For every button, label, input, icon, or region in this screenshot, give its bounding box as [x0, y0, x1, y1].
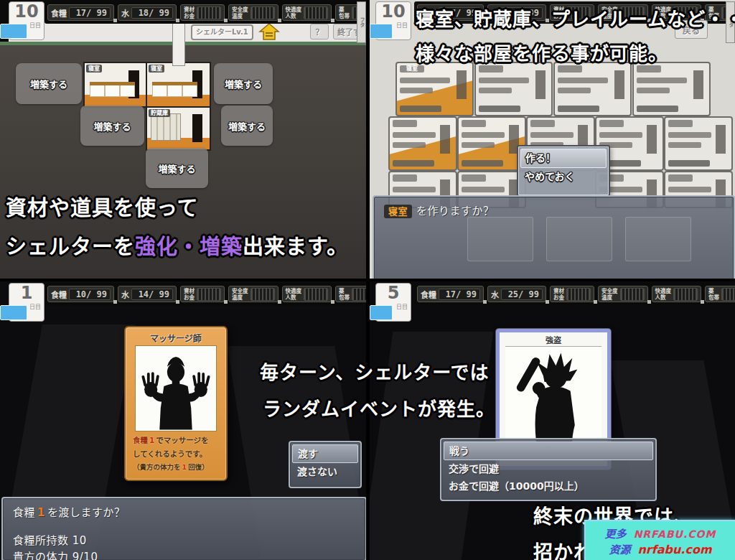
choice-pay[interactable]: お金で回避（10000円以上） — [444, 477, 653, 495]
materials-label: 資材 — [553, 288, 564, 294]
safety-temp-gauge — [251, 6, 275, 19]
masseur-silhouette-icon — [136, 346, 216, 431]
safety-temp-gauge — [251, 288, 275, 301]
time-gauge-tab[interactable] — [370, 24, 393, 39]
message-hp: 貴方の体力 9/10 — [13, 549, 355, 560]
temp-label: 温度 — [601, 294, 618, 301]
bandage-label: 包帯 — [339, 13, 350, 19]
bed — [105, 85, 120, 97]
room-door — [192, 114, 203, 141]
bed — [167, 85, 182, 97]
message-question: 食糧1を渡しますか？ — [13, 504, 355, 519]
water-value: 18/ 99 — [131, 7, 173, 19]
hud-food: 食糧 10/ 99 — [47, 286, 114, 302]
caption-random-event-1: 毎ターン、シェルターでは — [260, 358, 490, 384]
time-gauge-tab[interactable] — [370, 305, 393, 320]
water-label: 水 — [491, 289, 499, 300]
hud-safety-temp: 安全度温度 — [598, 286, 648, 302]
room-card[interactable] — [664, 116, 733, 171]
caption-upgrade: シェルターを強化・増築出来ます。 — [6, 230, 348, 260]
time-gauge-tab[interactable] — [0, 24, 27, 39]
hud-materials-money: 資材お金 — [550, 286, 594, 302]
room-card[interactable] — [457, 116, 526, 171]
materials-label: 資材 — [184, 288, 195, 294]
water-label: 水 — [121, 289, 129, 300]
message-food-stock: 食糧所持数 10 — [13, 532, 355, 547]
selected-room-chip: 寝室 — [384, 205, 412, 218]
materials-money-gauge — [566, 288, 591, 301]
home-icon[interactable] — [258, 22, 280, 41]
expand-button[interactable]: 増築する — [16, 63, 82, 104]
water-value: 25/ 99 — [501, 289, 543, 300]
event-card-title: 強盗 — [500, 334, 607, 345]
comfort-people-gauge — [673, 288, 698, 301]
materials-money-gauge — [197, 288, 221, 301]
expand-button[interactable]: 増築する — [146, 148, 208, 188]
hud-comfort-people: 快適度人数 — [282, 4, 332, 21]
time-gauge-tab[interactable] — [0, 305, 27, 320]
hud-water: 水 14/ 99 — [118, 286, 177, 302]
comfort-label: 快適度 — [286, 6, 302, 13]
panel-shelter-expand: 食糧 17/ 99 水 18/ 99 資材お金 安全度温度 快適度人数 薬包帯 — [0, 0, 366, 279]
materials-money-gauge — [197, 6, 221, 19]
food-value: 10/ 99 — [69, 289, 111, 300]
room-card-bedroom[interactable]: 寝室 — [395, 62, 474, 116]
room-card[interactable] — [474, 62, 553, 116]
people-label: 人数 — [286, 13, 302, 19]
choice-give[interactable]: 渡す — [292, 444, 358, 463]
hud-water: 水 25/ 99 — [487, 286, 546, 302]
water-value: 14/ 99 — [131, 289, 173, 300]
materials-label: 資材 — [184, 6, 195, 13]
shelter-entrance-shaft — [172, 22, 185, 66]
room-bedroom-2[interactable]: 寝室 — [146, 62, 211, 108]
comfort-people-gauge — [304, 288, 328, 301]
caption-materials: 資材や道具を使って — [6, 191, 199, 221]
safety-label: 安全度 — [232, 6, 248, 13]
ghost-card — [625, 217, 691, 261]
food-label: 食糧 — [51, 289, 67, 300]
food-label: 食糧 — [421, 289, 436, 300]
medicine-label: 薬 — [339, 288, 350, 294]
caption-random-event-2: ランダムイベントが発生。 — [263, 394, 495, 421]
hatch-side-tab[interactable]: フタ — [357, 1, 366, 43]
bandage-label: 包帯 — [339, 294, 350, 301]
caption-various-rooms: 様々な部屋を作る事が可能。 — [416, 39, 668, 65]
game-screenshot-collage: 食糧 17/ 99 水 18/ 99 資材お金 安全度温度 快適度人数 薬包帯 — [0, 0, 735, 560]
ghost-card — [467, 217, 533, 261]
money-label: お金 — [184, 294, 195, 301]
room-bedroom-1[interactable]: 寝室 — [83, 62, 147, 108]
comfort-people-gauge — [304, 6, 328, 19]
medicine-label: 薬 — [708, 288, 719, 294]
money-label: お金 — [184, 13, 195, 19]
hud-food: 食糧 17/ 99 — [47, 4, 114, 21]
shelter-level-badge: シェルターLv.1 — [191, 24, 253, 40]
room-card[interactable] — [553, 62, 632, 116]
hud-water: 水 18/ 99 — [118, 4, 177, 21]
food-label: 食糧 — [51, 7, 67, 19]
help-button[interactable]: ？ — [310, 24, 329, 39]
room-storage[interactable]: 貯蔵庫 — [146, 106, 211, 151]
choice-refuse[interactable]: 渡さない — [292, 463, 358, 480]
hud-bar: 食糧 17/ 99 水 25/ 99 資材お金 安全度温度 快適度人数 薬包帯 — [414, 283, 732, 305]
hud-materials-money: 資材お金 — [180, 286, 225, 302]
cancel-build-option[interactable]: やめておく — [520, 168, 607, 186]
room-card[interactable] — [632, 62, 711, 116]
medicine-label: 薬 — [339, 6, 350, 13]
caption-room-types: 寝室、貯蔵庫、プレイルームなど・・・ — [416, 4, 735, 31]
room-card[interactable] — [388, 116, 457, 171]
expand-button[interactable]: 増築する — [221, 106, 273, 146]
storage-shelves — [151, 113, 181, 141]
expand-button[interactable]: 増築する — [80, 106, 144, 146]
choice-negotiate[interactable]: 交渉で回避 — [444, 460, 653, 477]
toolbar: シェルターLv.1 ？ 終了する — [9, 22, 363, 42]
ghost-card — [546, 217, 612, 261]
panel-random-event-robber: 食糧 17/ 99 水 25/ 99 資材お金 安全度温度 快適度人数 薬包帯 — [370, 281, 735, 560]
expand-button[interactable]: 増築する — [214, 63, 273, 104]
food-value: 17/ 99 — [439, 289, 480, 300]
temp-label: 温度 — [232, 13, 248, 19]
choice-fight[interactable]: 戦う — [444, 442, 653, 460]
robber-choice-window: 戦う 交渉で回避 お金で回避（10000円以上） — [440, 438, 657, 501]
money-label: お金 — [553, 294, 564, 301]
confirm-build-option[interactable]: 作る！ — [520, 149, 607, 168]
watermark-label-1: 更多 — [605, 526, 627, 541]
